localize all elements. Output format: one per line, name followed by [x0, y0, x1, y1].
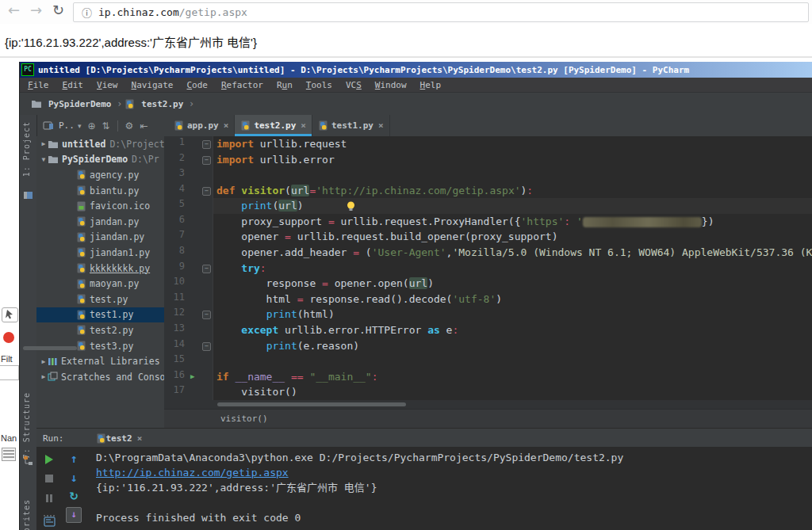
code-text[interactable]: print(e.reason) [213, 338, 812, 354]
tree-item-untitled[interactable]: ▶untitledD:\Project [36, 136, 164, 152]
code-line-14[interactable]: 14− print(e.reason) [164, 338, 812, 354]
code-line-9[interactable]: 9− try: [164, 261, 812, 276]
code-line-17[interactable]: 17 visitor() [164, 384, 812, 400]
stop-button[interactable] [38, 471, 60, 486]
hide-panel-icon[interactable]: ⇤ [140, 120, 147, 132]
menu-vcs[interactable]: VCS [346, 80, 362, 90]
page-info-icon[interactable]: ⓘ [82, 5, 92, 20]
close-icon[interactable]: × [378, 120, 384, 131]
fold-icon[interactable]: − [202, 156, 211, 165]
menu-help[interactable]: Help [420, 80, 442, 90]
tree-collapsed-arrow-icon[interactable]: ▶ [40, 140, 48, 147]
tree-item-agency.py[interactable]: agency.py [36, 167, 164, 183]
project-view-selector[interactable]: P.. [59, 120, 75, 131]
collapse-all-icon[interactable]: ⇅ [102, 120, 109, 132]
close-icon[interactable]: × [301, 120, 306, 131]
code-text[interactable]: visitor() [213, 384, 812, 400]
project-view-icon[interactable] [43, 121, 54, 131]
code-line-10[interactable]: 10 response = opener.open(url) [164, 276, 812, 292]
filter-input[interactable] [0, 365, 19, 380]
tree-collapsed-arrow-icon[interactable]: ▶ [40, 373, 48, 380]
menu-window[interactable]: Window [375, 80, 407, 90]
fold-icon[interactable]: − [202, 187, 211, 196]
run-gutter-icon[interactable]: ▶ [190, 369, 194, 385]
reload-icon[interactable]: ↻ [52, 2, 64, 18]
code-line-11[interactable]: 11 html = response.read().decode('utf-8'… [164, 292, 812, 307]
down-stack-trace-icon[interactable]: ↓ [63, 470, 85, 486]
code-line-2[interactable]: 2−import urllib.error [164, 152, 812, 168]
code-text[interactable]: html = response.read().decode('utf-8') [213, 292, 812, 307]
code-text[interactable]: def visitor(url='http://ip.chinaz.com/ge… [213, 183, 812, 199]
tree-item-jiandan.py[interactable]: jiandan.py [36, 230, 164, 246]
menu-file[interactable]: File [28, 80, 49, 90]
tool-stripe-project[interactable]: 1: Project [22, 121, 31, 177]
code-line-13[interactable]: 13 except urllib.error.HTTPError as e: [164, 322, 812, 338]
locate-file-icon[interactable]: ⊕ [87, 120, 95, 132]
menu-code[interactable]: Code [186, 80, 208, 90]
editor-tab-test2.py[interactable]: test2.py× [235, 115, 312, 136]
code-line-6[interactable]: 6 proxy_support = urllib.request.ProxyHa… [164, 214, 812, 230]
inspect-cursor-icon[interactable] [2, 307, 18, 322]
tree-item-jiandan1.py[interactable]: jiandan1.py [36, 245, 164, 261]
menu-refactor[interactable]: Refactor [221, 80, 263, 90]
tree-item-jandan.py[interactable]: jandan.py [36, 214, 164, 230]
code-line-1[interactable]: 1−import urllib.request [164, 136, 812, 152]
code-line-4[interactable]: 4−def visitor(url='http://ip.chinaz.com/… [164, 183, 812, 199]
menu-edit[interactable]: Edit [63, 80, 84, 90]
back-icon[interactable]: ← [8, 2, 20, 18]
project-stripe-icon[interactable] [23, 190, 33, 200]
code-text[interactable]: except urllib.error.HTTPError as e: [213, 322, 812, 338]
tree-item-favicon.ico[interactable]: favicon.ico [36, 198, 164, 214]
pause-button[interactable] [38, 490, 60, 506]
editor-bottom-breadcrumb[interactable]: visitor() [164, 409, 812, 428]
code-line-7[interactable]: 7 opener = urllib.request.build_opener(p… [164, 229, 812, 245]
fold-icon[interactable]: − [202, 265, 211, 273]
code-text[interactable] [213, 167, 812, 183]
code-text[interactable]: opener.add_header = ('User-Agent','Mozil… [213, 245, 812, 261]
tree-item-biantu.py[interactable]: biantu.py [36, 183, 164, 199]
tree-item-kkkkkkkk.py[interactable]: kkkkkkkk.py [36, 261, 164, 276]
tree-item-test.py[interactable]: test.py [36, 292, 164, 307]
run-tab[interactable]: test2 × [96, 433, 143, 444]
code-line-3[interactable]: 3 [164, 167, 812, 183]
code-text[interactable]: try: [213, 261, 812, 276]
code-line-15[interactable]: 15 [164, 353, 812, 369]
code-text[interactable]: print(html) [213, 307, 812, 322]
menu-navigate[interactable]: Navigate [132, 80, 174, 90]
menu-run[interactable]: Run [277, 80, 293, 90]
menu-view[interactable]: View [97, 80, 118, 90]
code-line-8[interactable]: 8 opener.add_header = ('User-Agent','Moz… [164, 245, 812, 261]
url-text[interactable]: ip.chinaz.com/getip.aspx [98, 6, 247, 18]
breadcrumb-file[interactable]: test2.py [141, 99, 183, 109]
editor-horizontal-scrollbar[interactable] [164, 400, 812, 409]
fold-icon[interactable]: − [202, 311, 211, 319]
code-text[interactable]: import urllib.error [213, 152, 812, 168]
run-console-output[interactable]: D:\ProgramData\Anaconda3\python.exe D:/P… [96, 450, 812, 525]
code-line-16[interactable]: 16▶if __name__ == "__main__": [164, 369, 812, 385]
breadcrumb-project[interactable]: PySpiderDemo [48, 99, 111, 109]
menu-tools[interactable]: Tools [306, 80, 332, 90]
close-icon[interactable]: × [137, 433, 143, 444]
code-line-12[interactable]: 12− print(html) [164, 307, 812, 322]
code-text[interactable]: import urllib.request [213, 136, 812, 152]
code-text[interactable] [213, 353, 812, 369]
code-text[interactable]: proxy_support = urllib.request.ProxyHand… [213, 214, 812, 230]
code-line-5[interactable]: 5 print(url) [164, 198, 812, 214]
tree-collapsed-arrow-icon[interactable]: ▶ [40, 358, 48, 365]
tree-item-external-libraries[interactable]: ▶External Libraries [36, 353, 164, 369]
code-text[interactable]: response = opener.open(url) [213, 276, 812, 292]
tree-item-test2.py[interactable]: test2.py [36, 322, 164, 338]
scroll-to-end-button[interactable]: ↓ [63, 507, 85, 523]
code-editor[interactable]: 1−import urllib.request2−import urllib.e… [164, 136, 812, 400]
chevron-down-icon[interactable]: ▾ [78, 122, 82, 130]
code-text[interactable]: if __name__ == "__main__": [213, 369, 812, 385]
window-titlebar[interactable]: PC untitled [D:\Projects\PycharmProjects… [20, 62, 812, 78]
tree-item-test1.py[interactable]: test1.py [36, 307, 164, 323]
project-tree-scrollbar[interactable] [23, 346, 77, 350]
rerun-play-button[interactable] [38, 452, 60, 467]
tree-expanded-arrow-icon[interactable]: ▼ [40, 156, 48, 163]
console-link[interactable]: http://ip.chinaz.com/getip.aspx [96, 465, 812, 480]
editor-tab-test1.py[interactable]: test1.py× [312, 115, 390, 136]
code-text[interactable]: opener = urllib.request.build_opener(pro… [213, 229, 812, 245]
intention-bulb-icon[interactable] [346, 200, 356, 212]
